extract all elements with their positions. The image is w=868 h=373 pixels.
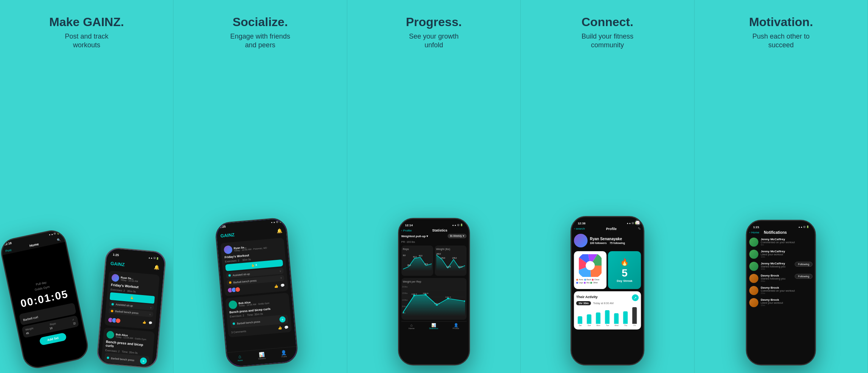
notif-action-3: Started following you: [761, 265, 792, 268]
svg-point-20: [424, 294, 426, 295]
notif-back-btn[interactable]: ‹ Home: [749, 231, 759, 234]
svg-text:26.0: 26.0: [407, 264, 411, 266]
legend-abs: Abs: [584, 281, 590, 284]
streak-card: 📈 🔥 5 Day Streak: [608, 251, 641, 289]
add-set-btn[interactable]: Add Set: [39, 332, 67, 345]
p2-nav-home[interactable]: ⌂ Home: [237, 354, 243, 362]
feed-workout-card-2: Bob Alice Today · 12:05 AM · Golds Gym B…: [101, 328, 155, 369]
svg-text:42.0: 42.0: [418, 255, 422, 257]
notif-name-4: Davey Brock: [761, 274, 792, 277]
phone2-status-icons: ● ▲ ⓦ 🔋: [271, 220, 282, 224]
following-badge-label-1: Following: [798, 263, 809, 266]
profile-back-btn[interactable]: ‹ search: [574, 227, 585, 230]
panel5-heading: Motivation. Push each other to succeed: [749, 15, 813, 50]
svg-text:110.0: 110.0: [458, 266, 462, 268]
bar-wed-bar: [614, 313, 619, 324]
p3-profile-icon: 👤: [453, 323, 459, 327]
like-comment-3: 👍 💬: [278, 325, 289, 330]
phone1-feed-header: GAINZ 🔔: [109, 259, 161, 272]
mini-charts-row: Reps 9.0 26.0: [401, 246, 467, 276]
weight-per-rep-chart: Weight per Rep 200lbs 150lbs 100lbs 50lb…: [401, 278, 467, 320]
phone3-statusbar: 12:14 ▲▲ ⓦ 🔋: [401, 222, 467, 228]
phone1-back: 1:25 ▲▲ ⓦ 🔋 GAINZ 🔔 Ryan Se...: [96, 247, 167, 369]
p2-nav-stats[interactable]: 📊 Statistics: [258, 352, 266, 360]
weight-title: Weight (lbs): [436, 248, 465, 250]
notif-page-title: Notifications: [764, 230, 787, 235]
comment-icon-2: 💬: [281, 283, 285, 288]
wpr-svg: 168.6 168.8 100.0 135.5: [403, 284, 465, 316]
stats-screen: 12:14 ▲▲ ⓦ 🔋 ‹ Profile Statistics Weight…: [399, 219, 469, 364]
notif-item-3: Jenny McCaffrey Started following you 10…: [749, 262, 813, 271]
legend-dot-back: [584, 279, 586, 281]
set-reps: 10: [49, 326, 53, 330]
legend-other: Other: [590, 281, 598, 284]
streak-text: Day Streak: [617, 279, 632, 283]
phone1-back-icons: ▲▲ ⓦ 🔋: [148, 256, 159, 260]
notif-name-1: Jenny McCaffrey: [761, 238, 813, 241]
panel2-subtitle: Engage with friends and peers: [230, 32, 290, 50]
following-badge-2[interactable]: Following: [795, 274, 813, 279]
phone2-time: 1:25: [220, 225, 226, 228]
exercise-dot-1: [112, 303, 114, 306]
phone1-back-time: 1:25: [113, 253, 119, 257]
notif-avatar-2: [749, 250, 759, 259]
search-btn[interactable]: 🔍: [56, 238, 61, 242]
p2-nav-profile[interactable]: 👤 Profile: [281, 350, 287, 358]
period-selector[interactable]: Bi-Weekly ▾: [448, 234, 466, 238]
phone5-time: 1:21: [753, 225, 759, 229]
notif-avatar-1: [749, 238, 759, 247]
phone2-notif: 🔔: [276, 228, 283, 233]
user-avatar-2: [106, 331, 115, 339]
legend-label-back: Back: [587, 278, 591, 281]
notif-name-5: Davey Brock: [761, 286, 813, 289]
panel-motivation: Motivation. Push each other to succeed 1…: [695, 0, 868, 373]
avatar-stack: [108, 317, 121, 323]
svg-text:110.0: 110.0: [446, 266, 451, 268]
notif-item-6: Davey Brock Liked your workout 23m: [749, 298, 813, 307]
notif-time-6: 23m: [761, 304, 813, 306]
exercise-dot-3: [107, 356, 109, 359]
phone3-time: 12:14: [405, 224, 413, 227]
phone1-back-feed: GAINZ 🔔 Ryan Se... Today · 10:50 AM Fri: [100, 258, 163, 369]
bar-mon-bar: [596, 312, 601, 324]
pie-chart-card: Arms Back Chest: [574, 251, 607, 289]
wpr-chart-body: 200lbs 150lbs 100lbs 50lbs 0lbs: [403, 284, 465, 318]
p3-home-icon: ⌂: [409, 323, 415, 327]
ex-dot-a: [228, 274, 231, 277]
p3-nav-home[interactable]: ⌂ Home: [409, 323, 415, 329]
edit-profile-icon[interactable]: ✎: [638, 227, 641, 231]
panel3-subtitle: See your growth unfold: [406, 32, 462, 50]
p3-nav-profile[interactable]: 👤 Profile: [453, 323, 459, 329]
phone4-time: 12:38: [578, 222, 585, 225]
add-ex-btn[interactable]: +: [279, 316, 286, 323]
p3-stats-icon: 📊: [429, 323, 438, 327]
legend-back: Back: [584, 278, 591, 281]
plus-icon-2: +: [281, 317, 284, 322]
notif-name-2: Jenny McCaffrey: [761, 250, 813, 253]
following-badge-1[interactable]: Following: [795, 262, 813, 267]
legend-label-chest: Chest: [594, 278, 599, 281]
p3-nav-stats[interactable]: 📊 Statistics: [429, 323, 438, 329]
action-icons: [108, 315, 121, 323]
bar-mon: Mon: [594, 312, 602, 326]
notif-item-5: Davey Brock Commented on your workout 22…: [749, 286, 813, 295]
connect-screen: 12:38 ▲▲ ⓦ 🔋 ‹ search Profile ✎ Ryan Sen…: [571, 217, 643, 364]
notif-time-3: 10m: [761, 268, 792, 270]
panel1-title: Make GAINZ.: [49, 15, 124, 29]
post-btn[interactable]: Post: [5, 248, 12, 253]
profile-name: Ryan Senanayake: [590, 237, 625, 241]
exercise-selector[interactable]: Weighted pull-up ▾: [401, 235, 428, 238]
phone2-screen: 1:25 ● ▲ ⓦ 🔋 GAINZ 🔔 Ryan Se...: [215, 218, 297, 367]
stats-back-btn[interactable]: ‹ Profile: [401, 229, 412, 232]
home-label: Home: [29, 242, 39, 248]
workout-banner-text: 💪: [131, 296, 134, 300]
activity-expand-btn[interactable]: ↗: [632, 294, 639, 301]
legend-label-legs: Legs: [579, 281, 583, 284]
phone3-icons: ▲▲ ⓦ 🔋: [452, 224, 462, 227]
bar-fri: Fri: [631, 307, 639, 326]
add-btn[interactable]: +: [140, 357, 147, 365]
legend-dot-arms: [576, 279, 578, 281]
like-comment-row: 👍 💬: [143, 320, 153, 325]
bar-sat: Sat: [576, 316, 584, 326]
phone2-card1: Ryan Se... Today · 10:50 AM · Potomac, M…: [220, 238, 289, 296]
